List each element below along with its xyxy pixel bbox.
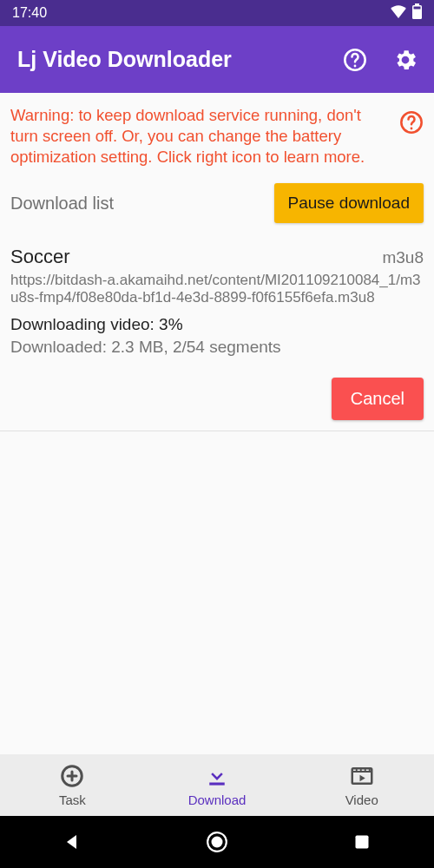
download-list-header: Download list Pause download	[0, 176, 434, 230]
svg-point-6	[411, 128, 413, 130]
home-button[interactable]	[203, 828, 231, 856]
bottom-nav: Task Download Video	[0, 754, 434, 816]
download-item-status: Downloading video: 3%	[10, 315, 424, 334]
cancel-button[interactable]: Cancel	[332, 378, 424, 420]
status-icons	[390, 3, 422, 23]
battery-icon	[412, 3, 422, 23]
system-nav	[0, 816, 434, 868]
status-time: 17:40	[12, 5, 47, 21]
svg-point-11	[211, 837, 222, 848]
download-item-format: m3u8	[382, 248, 424, 267]
nav-video-label: Video	[345, 792, 378, 807]
pause-download-button[interactable]: Pause download	[274, 183, 424, 223]
svg-point-4	[354, 64, 357, 67]
nav-task[interactable]: Task	[0, 754, 145, 816]
nav-download[interactable]: Download	[145, 754, 290, 816]
warning-help-icon[interactable]	[399, 110, 424, 138]
download-item-progress: Downloaded: 2.3 MB, 2/54 segments	[10, 338, 424, 357]
svg-rect-8	[209, 783, 225, 786]
download-list-title: Download list	[10, 194, 114, 214]
recent-button[interactable]	[348, 828, 376, 856]
svg-rect-2	[414, 7, 421, 10]
nav-download-label: Download	[188, 792, 247, 807]
svg-rect-1	[415, 3, 419, 5]
help-icon[interactable]	[342, 47, 368, 73]
warning-text: Warning: to keep download service runnin…	[10, 105, 391, 168]
download-item: Soccer m3u8 https://bitdash-a.akamaihd.n…	[0, 230, 434, 431]
warning-banner: Warning: to keep download service runnin…	[0, 93, 434, 176]
download-icon	[204, 763, 230, 789]
video-icon	[349, 763, 375, 789]
app-bar: Lj Video Downloader	[0, 26, 434, 93]
download-item-url: https://bitdash-a.akamaihd.net/content/M…	[10, 272, 424, 306]
nav-video[interactable]: Video	[289, 754, 434, 816]
nav-task-label: Task	[59, 792, 86, 807]
download-item-name: Soccer	[10, 246, 69, 268]
app-title: Lj Video Downloader	[17, 47, 342, 72]
gear-icon[interactable]	[392, 47, 418, 73]
wifi-icon	[390, 4, 407, 22]
back-button[interactable]	[58, 828, 86, 856]
svg-rect-12	[355, 836, 368, 849]
status-bar: 17:40	[0, 0, 434, 26]
add-circle-icon	[59, 763, 85, 789]
